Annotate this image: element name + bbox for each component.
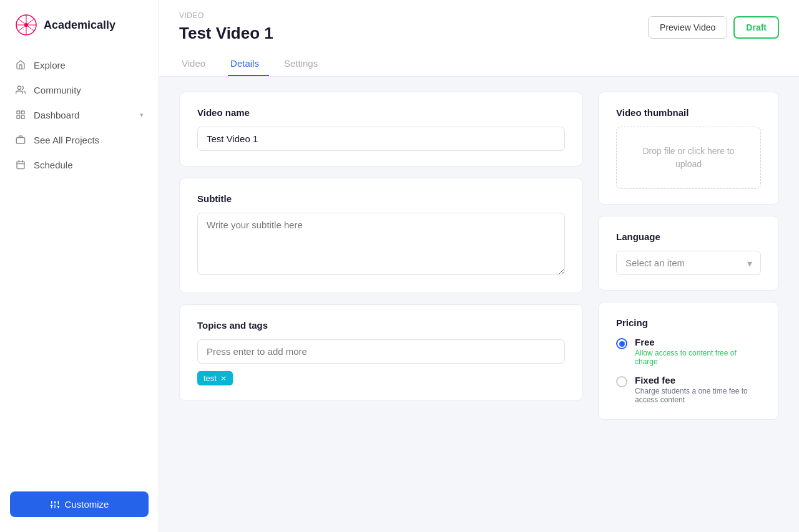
home-icon (15, 59, 26, 70)
tabs: Video Details Settings (179, 52, 779, 76)
sidebar-item-schedule[interactable]: Schedule (0, 152, 159, 177)
language-select[interactable]: Select an item (616, 251, 761, 275)
video-name-input[interactable] (197, 127, 565, 151)
top-bar: VIDEO Test Video 1 Preview Video Draft V… (159, 0, 799, 77)
briefcase-icon (15, 134, 26, 145)
sidebar-item-label: See All Projects (34, 135, 144, 145)
customize-button[interactable]: Customize (10, 491, 149, 517)
content-area: Video name Subtitle Topics and tags test… (159, 77, 799, 532)
app-name: Academically (44, 19, 115, 32)
pricing-option-fixed-fee[interactable]: Fixed fee Charge students a one time fee… (616, 375, 761, 404)
pricing-card: Pricing Free Allow access to content fre… (598, 302, 779, 420)
tag-label: test (203, 374, 217, 383)
svg-rect-10 (21, 115, 24, 118)
language-placeholder: Select an item (625, 258, 685, 268)
pricing-fixed-desc: Charge students a one time fee to access… (635, 387, 761, 404)
sidebar-bottom: Customize (0, 479, 159, 532)
pricing-option-free[interactable]: Free Allow access to content free of cha… (616, 337, 761, 366)
breadcrumb: VIDEO (179, 11, 273, 20)
nav: Explore Community Dashboard ▾ See All Pr… (0, 47, 159, 479)
svg-rect-9 (17, 115, 20, 118)
svg-rect-11 (16, 138, 24, 143)
thumbnail-card: Video thumbnail Drop file or click here … (598, 92, 779, 205)
topics-label: Topics and tags (197, 320, 565, 331)
pricing-free-desc: Allow access to content free of charge (635, 349, 761, 366)
thumbnail-title: Video thumbnail (616, 107, 761, 118)
sidebar-item-explore[interactable]: Explore (0, 52, 159, 77)
pricing-options: Free Allow access to content free of cha… (616, 337, 761, 404)
logo-icon (15, 14, 37, 36)
sidebar: Academically Explore Community Dashboard… (0, 0, 159, 532)
sidebar-item-see-all-projects[interactable]: See All Projects (0, 127, 159, 152)
sidebar-item-label: Community (34, 85, 144, 95)
language-title: Language (616, 231, 761, 242)
sliders-icon (50, 500, 60, 510)
radio-fixed-fee[interactable] (616, 376, 627, 387)
header-actions: Preview Video Draft (648, 16, 779, 39)
draft-button[interactable]: Draft (733, 16, 779, 39)
sidebar-item-label: Schedule (34, 160, 144, 170)
sidebar-item-label: Dashboard (34, 110, 132, 120)
tab-settings[interactable]: Settings (282, 52, 328, 76)
thumbnail-drop-zone[interactable]: Drop file or click here to upload (616, 127, 761, 189)
chevron-down-icon: ▾ (140, 111, 144, 119)
left-column: Video name Subtitle Topics and tags test… (179, 92, 583, 517)
svg-rect-7 (17, 111, 20, 114)
subtitle-card: Subtitle (179, 178, 583, 293)
svg-rect-8 (21, 111, 24, 114)
svg-point-5 (24, 23, 28, 27)
subtitle-input[interactable] (197, 213, 565, 275)
thumbnail-drop-text: Drop file or click here to upload (629, 145, 748, 171)
tag-remove-button[interactable]: ✕ (220, 374, 227, 383)
svg-point-6 (17, 86, 21, 89)
sidebar-item-dashboard[interactable]: Dashboard ▾ (0, 102, 159, 127)
pricing-free-text: Free Allow access to content free of cha… (635, 337, 761, 366)
tab-details[interactable]: Details (228, 52, 269, 76)
calendar-icon (15, 159, 26, 170)
video-name-card: Video name (179, 92, 583, 167)
users-icon (15, 84, 26, 95)
page-title: Test Video 1 (179, 24, 273, 43)
language-select-wrapper: Select an item (616, 251, 761, 275)
grid-icon (15, 109, 26, 120)
radio-free[interactable] (616, 338, 627, 349)
subtitle-label: Subtitle (197, 193, 565, 204)
main-content: VIDEO Test Video 1 Preview Video Draft V… (159, 0, 799, 532)
tags-container: test ✕ (197, 371, 565, 385)
topics-input[interactable] (197, 339, 565, 364)
pricing-free-label: Free (635, 337, 761, 347)
svg-rect-12 (17, 162, 24, 169)
topics-tags-card: Topics and tags test ✕ (179, 304, 583, 401)
language-card: Language Select an item (598, 216, 779, 291)
customize-label: Customize (65, 499, 109, 510)
video-name-label: Video name (197, 107, 565, 118)
preview-video-button[interactable]: Preview Video (648, 16, 727, 39)
sidebar-item-community[interactable]: Community (0, 77, 159, 102)
pricing-title: Pricing (616, 317, 761, 328)
page-title-row: VIDEO Test Video 1 Preview Video Draft (179, 11, 779, 43)
sidebar-item-label: Explore (34, 60, 144, 70)
title-group: VIDEO Test Video 1 (179, 11, 273, 43)
tab-video[interactable]: Video (179, 52, 215, 76)
logo[interactable]: Academically (0, 0, 159, 47)
tag-test: test ✕ (197, 371, 233, 385)
pricing-fixed-label: Fixed fee (635, 375, 761, 385)
pricing-fixed-text: Fixed fee Charge students a one time fee… (635, 375, 761, 404)
right-column: Video thumbnail Drop file or click here … (598, 92, 779, 517)
